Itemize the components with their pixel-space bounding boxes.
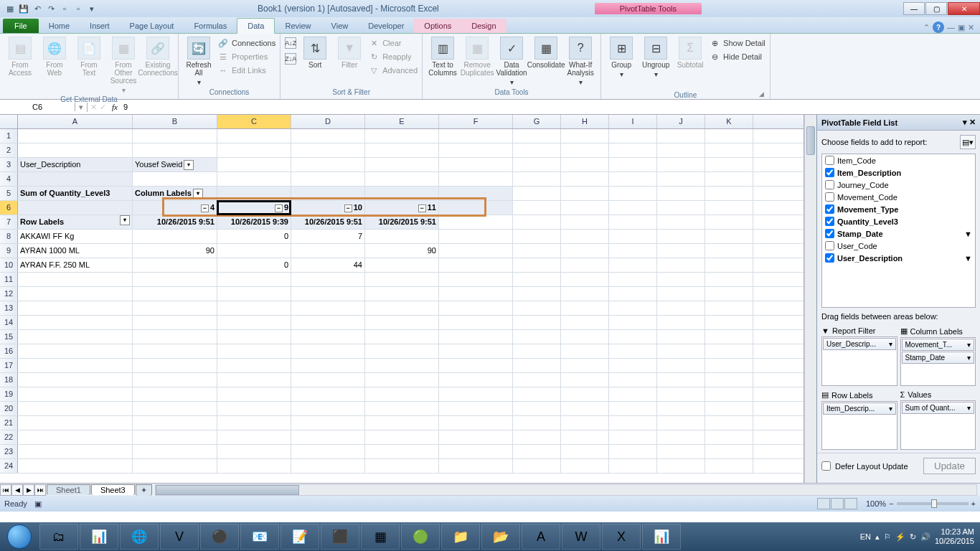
taskbar-item[interactable]: 🌐: [120, 524, 159, 550]
clock[interactable]: 10:23 AM10/26/2015: [935, 527, 974, 546]
taskbar-item[interactable]: 🗂: [39, 524, 78, 550]
taskbar-item[interactable]: 📂: [481, 524, 520, 550]
field-checkbox[interactable]: [825, 192, 834, 202]
layout-options-button[interactable]: ▤▾: [960, 135, 976, 149]
from-other-button[interactable]: ▦From Other Sources▾: [108, 37, 139, 94]
values-area[interactable]: Sum of Quant...▾: [900, 400, 976, 450]
formula-input[interactable]: [121, 103, 980, 111]
filter-button[interactable]: ▼Filter: [334, 37, 365, 69]
tab-design[interactable]: Design: [461, 19, 506, 33]
field-item[interactable]: Item_Description: [822, 166, 975, 179]
col-header[interactable]: K: [705, 115, 753, 128]
next-sheet-button[interactable]: ▶: [23, 484, 34, 496]
field-item[interactable]: Journey_Code: [822, 179, 975, 191]
cell[interactable]: 10/26/2015 9:51: [133, 215, 217, 229]
language-indicator[interactable]: EN: [860, 532, 871, 541]
defer-update-checkbox[interactable]: [821, 461, 831, 471]
cell[interactable]: 90: [133, 244, 217, 258]
new-sheet-button[interactable]: ✦: [136, 484, 152, 496]
row-header[interactable]: 14: [0, 316, 18, 329]
prev-sheet-button[interactable]: ◀: [11, 484, 23, 496]
connections-button[interactable]: 🔗Connections: [217, 37, 275, 50]
cell[interactable]: 10/26/2015 9:51: [291, 215, 365, 229]
field-checkbox[interactable]: [825, 168, 834, 177]
zoom-in-button[interactable]: +: [971, 499, 976, 508]
row-header[interactable]: 19: [0, 387, 18, 401]
taskbar-item[interactable]: ⚫: [200, 524, 239, 550]
tab-data[interactable]: Data: [237, 18, 275, 34]
cell[interactable]: 7: [291, 230, 365, 243]
tab-formulas[interactable]: Formulas: [184, 19, 237, 33]
taskbar-item[interactable]: 📊: [642, 524, 681, 550]
cell[interactable]: 10/26/2015 9:39: [217, 215, 291, 229]
zoom-slider[interactable]: [897, 502, 969, 505]
filter-icon[interactable]: ▼: [964, 254, 972, 263]
row-header[interactable]: 15: [0, 330, 18, 344]
action-center-icon[interactable]: ⚐: [884, 532, 891, 542]
minimize-ribbon-icon[interactable]: ⌃: [923, 23, 930, 32]
tab-page-layout[interactable]: Page Layout: [120, 19, 184, 33]
area-item[interactable]: User_Descrip...▾: [823, 338, 896, 350]
row-labels-area[interactable]: Item_Descrip...▾: [821, 401, 897, 450]
cell[interactable]: Column Labels▾: [133, 187, 217, 200]
from-web-button[interactable]: 🌐From Web: [39, 37, 70, 77]
enter-icon[interactable]: ✓: [100, 103, 106, 112]
collapse-icon[interactable]: −: [418, 204, 426, 212]
field-item[interactable]: Stamp_Date▼: [822, 227, 975, 240]
cell[interactable]: 90: [365, 244, 439, 258]
clear-button[interactable]: ✕Clear: [368, 37, 418, 50]
area-item[interactable]: Stamp_Date▾: [902, 352, 975, 364]
field-item[interactable]: User_Code: [822, 240, 975, 252]
cell[interactable]: 44: [291, 258, 365, 272]
tab-home[interactable]: Home: [39, 19, 80, 33]
help-icon[interactable]: ?: [933, 22, 944, 33]
taskbar-item[interactable]: W: [562, 524, 600, 550]
col-header[interactable]: G: [513, 115, 561, 128]
hide-detail-button[interactable]: ⊖Hide Detail: [709, 50, 765, 63]
pane-close-icon[interactable]: ✕: [969, 118, 976, 127]
tab-view[interactable]: View: [321, 19, 359, 33]
taskbar-item[interactable]: 📁: [441, 524, 480, 550]
cell[interactable]: Row Labels▾: [18, 215, 133, 229]
col-header[interactable]: D: [291, 115, 365, 128]
slider-thumb[interactable]: [931, 499, 937, 508]
advanced-button[interactable]: ▽Advanced: [368, 64, 418, 77]
row-header[interactable]: 22: [0, 430, 18, 444]
text-to-columns-button[interactable]: ▥Text to Columns: [427, 37, 458, 77]
name-box[interactable]: [0, 103, 75, 111]
row-header[interactable]: 24: [0, 459, 18, 473]
field-checkbox[interactable]: [825, 241, 834, 250]
row-header[interactable]: 8: [0, 230, 18, 243]
updates-icon[interactable]: ↻: [910, 532, 916, 542]
zoom-out-button[interactable]: −: [889, 499, 893, 508]
row-header[interactable]: 9: [0, 244, 18, 258]
taskbar-item[interactable]: 🟢: [401, 524, 440, 550]
sort-button[interactable]: ⇅Sort: [299, 37, 331, 69]
row-header[interactable]: 12: [0, 287, 18, 301]
dialog-launcher-icon[interactable]: ◢: [606, 90, 764, 98]
pane-dropdown-icon[interactable]: ▾: [963, 118, 967, 127]
start-button[interactable]: [0, 522, 39, 551]
field-item[interactable]: Movement_Code: [822, 191, 975, 203]
field-item[interactable]: Quantity_Level3: [822, 215, 975, 227]
col-header[interactable]: F: [439, 115, 513, 128]
cell[interactable]: AYRAN F.F. 250 ML: [18, 258, 133, 272]
column-labels-area[interactable]: Movement_T...▾ Stamp_Date▾: [900, 337, 976, 386]
what-if-button[interactable]: ?What-If Analysis▾: [565, 37, 596, 86]
field-item[interactable]: User_Description▼: [822, 252, 975, 264]
field-item[interactable]: Item_Code: [822, 154, 975, 166]
tab-file[interactable]: File: [3, 19, 39, 33]
row-header[interactable]: 5: [0, 187, 18, 200]
field-checkbox[interactable]: [825, 180, 834, 189]
taskbar-item[interactable]: 📧: [240, 524, 279, 550]
field-checkbox[interactable]: [825, 253, 834, 263]
cancel-icon[interactable]: ✕: [90, 103, 97, 112]
row-header[interactable]: 2: [0, 143, 18, 157]
row-header[interactable]: 23: [0, 445, 18, 458]
update-button[interactable]: Update: [923, 458, 976, 474]
fields-list[interactable]: Item_CodeItem_DescriptionJourney_CodeMov…: [821, 154, 976, 308]
filter-dropdown-icon[interactable]: ▾: [193, 189, 203, 199]
col-header[interactable]: A: [18, 115, 133, 128]
col-header[interactable]: C: [217, 115, 291, 128]
row-header[interactable]: 4: [0, 172, 18, 186]
